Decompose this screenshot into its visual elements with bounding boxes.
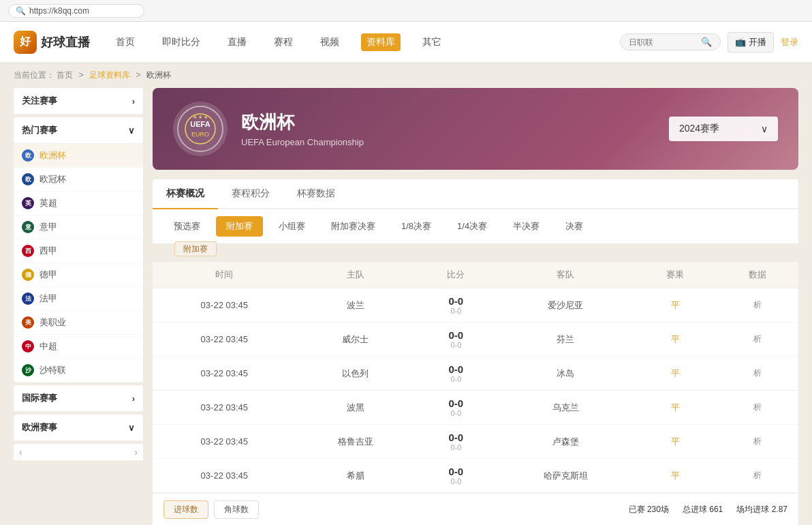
hero-logo: UEFA EURO ★ ★ ★: [173, 102, 228, 156]
svg-point-0: [178, 106, 223, 151]
nav-home[interactable]: 首页: [110, 33, 140, 51]
breadcrumb: 当前位置： 首页 > 足球资料库 > 欧洲杯: [0, 63, 812, 88]
url-bar[interactable]: 🔍 https://k8qq.com: [8, 4, 144, 18]
sub-tab-final[interactable]: 决赛: [555, 216, 593, 237]
breadcrumb-database[interactable]: 足球资料库: [89, 70, 130, 80]
season-label: 2024赛季: [679, 123, 719, 135]
hero-subtitle: UEFA European Championship: [241, 137, 364, 147]
tab-overview[interactable]: 杯赛概况: [153, 179, 218, 209]
chevron-right-icon2: ›: [132, 393, 135, 404]
table-row: 03-22 03:45 希腊 0-0 0-0 哈萨克斯坦 平 析: [153, 459, 798, 493]
hero-text: 欧洲杯 UEFA European Championship: [241, 110, 364, 147]
url-text: https://k8qq.com: [29, 6, 89, 16]
nav-livescore[interactable]: 即时比分: [157, 33, 206, 51]
bl-label: 德甲: [40, 269, 57, 281]
cell-ana[interactable]: 析: [717, 357, 799, 391]
cell-time: 03-22 03:45: [153, 459, 296, 493]
chevron-right-icon: ›: [132, 96, 135, 106]
hero-banner: UEFA EURO ★ ★ ★ 欧洲杯 UEFA European Champi…: [153, 88, 798, 170]
intl-header[interactable]: 国际赛事 ›: [14, 385, 143, 412]
nav-video[interactable]: 视频: [315, 33, 345, 51]
sidebar-item-ucl[interactable]: 欧 欧冠杯: [14, 168, 143, 192]
search-input[interactable]: [629, 38, 697, 47]
nav-schedule[interactable]: 赛程: [268, 33, 298, 51]
intl-section: 国际赛事 ›: [14, 385, 143, 412]
goals-btn[interactable]: 进球数: [163, 500, 208, 519]
sidebar-item-spsl[interactable]: 沙 沙特联: [14, 359, 143, 382]
col-time: 时间: [153, 262, 296, 288]
goals-stat: 总进球 661: [683, 504, 723, 515]
cell-ana[interactable]: 析: [717, 391, 799, 425]
cell-result: 平: [634, 425, 716, 459]
cell-away: 哈萨克斯坦: [497, 459, 634, 493]
sub-tab-playoff-final[interactable]: 附加赛决赛: [321, 216, 386, 237]
follow-header[interactable]: 关注赛事 ›: [14, 88, 143, 115]
scroll-right-icon[interactable]: ›: [134, 447, 138, 457]
euro-section: 欧洲赛事 ∨: [14, 415, 143, 441]
sidebar-item-epl[interactable]: 英 英超: [14, 192, 143, 215]
breadcrumb-prefix: 当前位置：: [14, 70, 54, 80]
played-value: 230场: [647, 505, 669, 514]
hot-label: 热门赛事: [22, 124, 57, 136]
col-away: 客队: [497, 262, 634, 288]
sub-tabs: 预选赛 附加赛 小组赛 附加赛决赛 1/8决赛 1/4决赛 半决赛 决赛: [153, 209, 798, 243]
sidebar-scroll: ‹ ›: [14, 444, 143, 460]
breadcrumb-home[interactable]: 首页: [57, 70, 73, 80]
euro-competitions-label: 欧洲赛事: [22, 421, 57, 434]
login-button[interactable]: 登录: [781, 36, 798, 48]
sub-tab-sf[interactable]: 半决赛: [503, 216, 550, 237]
chevron-down-icon2: ∨: [128, 423, 135, 433]
sub-tab-playoff[interactable]: 附加赛: [216, 216, 263, 237]
hot-header[interactable]: 热门赛事 ∨: [14, 117, 143, 144]
cell-ana[interactable]: 析: [717, 288, 799, 322]
sidebar-item-csl[interactable]: 中 中超: [14, 335, 143, 359]
content-area: UEFA EURO ★ ★ ★ 欧洲杯 UEFA European Champi…: [153, 88, 798, 525]
cell-ana[interactable]: 析: [717, 425, 799, 459]
sidebar-item-sa[interactable]: 意 意甲: [14, 215, 143, 239]
cell-ana[interactable]: 析: [717, 459, 799, 493]
sub-tab-qf[interactable]: 1/4决赛: [447, 216, 497, 237]
epl-label: 英超: [40, 197, 57, 209]
open-button[interactable]: 📺 开播: [728, 32, 774, 52]
sidebar: 关注赛事 › 热门赛事 ∨ 欧 欧洲杯 欧 欧冠杯 英 英超 意: [14, 88, 143, 525]
search-icon: 🔍: [701, 37, 712, 47]
sidebar-item-euro[interactable]: 欧 欧洲杯: [14, 144, 143, 168]
cell-away: 乌克兰: [497, 391, 634, 425]
euro-header[interactable]: 欧洲赛事 ∨: [14, 415, 143, 441]
ucl-icon: 欧: [22, 173, 34, 185]
season-select[interactable]: 2024赛季 ∨: [669, 117, 778, 141]
follow-label: 关注赛事: [22, 95, 57, 107]
sidebar-item-l1[interactable]: 法 法甲: [14, 287, 143, 311]
spsl-icon: 沙: [22, 364, 34, 376]
mls-label: 美职业: [40, 316, 66, 329]
sub-tab-r16[interactable]: 1/8决赛: [391, 216, 441, 237]
tab-schedule[interactable]: 赛程积分: [218, 179, 283, 209]
svg-text:UEFA: UEFA: [190, 120, 210, 128]
nav-database[interactable]: 资料库: [361, 33, 401, 51]
nav-other[interactable]: 其它: [417, 33, 447, 51]
cell-score: 0-0 0-0: [415, 322, 497, 357]
table-row: 03-22 03:45 波兰 0-0 0-0 爱沙尼亚 平 析: [153, 288, 798, 322]
cell-home: 波黑: [296, 391, 415, 425]
browser-bar: 🔍 https://k8qq.com: [0, 0, 812, 22]
sidebar-item-mls[interactable]: 美 美职业: [14, 311, 143, 335]
nav-live[interactable]: 直播: [222, 33, 252, 51]
logo-text: 好球直播: [41, 34, 90, 50]
search-box[interactable]: 🔍: [620, 33, 721, 50]
table-row: 03-22 03:45 以色列 0-0 0-0 冰岛 平 析: [153, 357, 798, 391]
sidebar-item-bl[interactable]: 德 德甲: [14, 263, 143, 287]
tab-stats[interactable]: 杯赛数据: [283, 179, 349, 209]
nav-bar: 好 好球直播 首页 即时比分 直播 赛程 视频 资料库 其它 🔍 📺 开播 登录: [0, 22, 812, 63]
main-tabs: 杯赛概况 赛程积分 杯赛数据: [153, 179, 798, 209]
corners-btn[interactable]: 角球数: [214, 500, 259, 519]
avg-stat: 场均进球 2.87: [736, 504, 787, 515]
table-row: 03-22 03:45 波黑 0-0 0-0 乌克兰 平 析: [153, 391, 798, 425]
sub-tab-group[interactable]: 小组赛: [268, 216, 315, 237]
cell-away: 爱沙尼亚: [497, 288, 634, 322]
cell-ana[interactable]: 析: [717, 322, 799, 357]
cell-result: 平: [634, 288, 716, 322]
cell-away: 卢森堡: [497, 425, 634, 459]
sidebar-item-la[interactable]: 西 西甲: [14, 239, 143, 263]
scroll-left-icon[interactable]: ‹: [19, 447, 22, 457]
sub-tab-qual[interactable]: 预选赛: [163, 216, 210, 237]
